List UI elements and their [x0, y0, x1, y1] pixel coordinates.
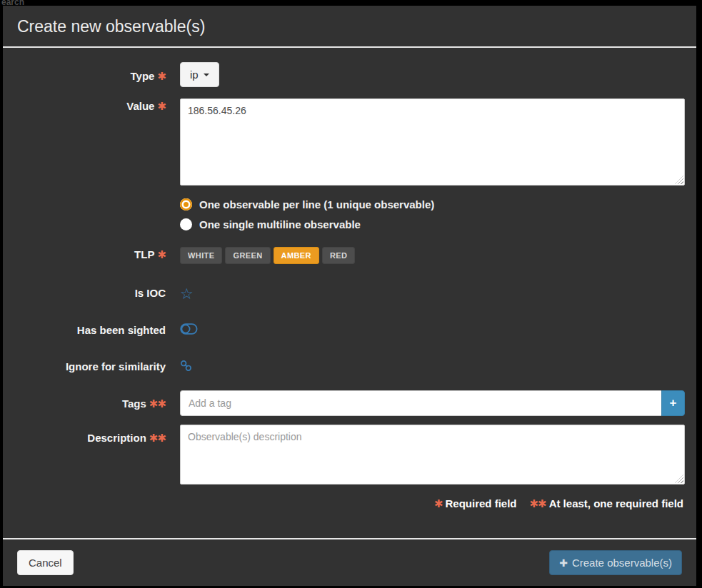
radio-per-line-label: One observable per line (1 unique observ…	[199, 198, 434, 211]
tlp-row: TLP✱ WHITE GREEN AMBER RED	[9, 247, 691, 264]
modal-footer: Cancel ✚ Create observable(s)	[3, 538, 696, 586]
link-icon[interactable]	[180, 360, 192, 372]
radio-multiline[interactable]: One single multiline observable	[180, 214, 685, 234]
type-dropdown[interactable]: ip	[180, 62, 219, 87]
observable-mode-radios: One observable per line (1 unique observ…	[9, 194, 691, 234]
type-row: Type✱ ip	[9, 62, 691, 87]
required-marker: ✱	[157, 100, 166, 112]
similarity-label: Ignore for similarity	[9, 359, 180, 375]
create-button-label: Create observable(s)	[572, 557, 672, 569]
sighted-label: Has been sighted	[9, 323, 180, 338]
required-marker: ✱	[157, 70, 166, 82]
required-legend: ✱Required field✱✱At least, one required …	[9, 497, 691, 510]
description-textarea[interactable]	[180, 425, 685, 485]
value-row: Value✱ 186.56.45.26	[9, 98, 691, 186]
tlp-red-button[interactable]: RED	[322, 247, 355, 264]
required-field-text: Required field	[445, 497, 516, 510]
toggle-off-icon[interactable]	[180, 323, 198, 335]
create-observable-modal: Create new observable(s) Type✱ ip Value✱…	[3, 6, 696, 586]
cancel-button[interactable]: Cancel	[17, 550, 74, 575]
similarity-row: Ignore for similarity	[9, 359, 691, 375]
description-row: Description✱✱	[9, 425, 691, 485]
required-marker: ✱	[157, 248, 166, 260]
tlp-green-button[interactable]: GREEN	[225, 247, 270, 264]
tag-input[interactable]	[180, 390, 661, 416]
required-marker: ✱✱	[149, 432, 166, 444]
caret-down-icon	[204, 74, 209, 76]
type-dropdown-value: ip	[190, 69, 199, 81]
radio-unselected-icon[interactable]	[180, 218, 192, 230]
background-clipped-text: earch	[1, 0, 24, 6]
radio-per-line[interactable]: One observable per line (1 unique observ…	[180, 194, 685, 214]
tags-row: Tags✱✱ +	[9, 390, 691, 416]
star-icon[interactable]: ☆	[180, 286, 194, 301]
plus-icon: ✚	[559, 557, 568, 569]
description-label: Description✱✱	[9, 425, 180, 446]
tlp-label: TLP✱	[9, 247, 180, 263]
value-textarea[interactable]: 186.56.45.26	[180, 98, 685, 186]
required-marker: ✱✱	[149, 397, 166, 410]
double-required-marker: ✱✱	[529, 497, 546, 510]
tlp-amber-button[interactable]: AMBER	[274, 247, 319, 264]
sighted-row: Has been sighted	[9, 323, 691, 338]
is-ioc-label: Is IOC	[9, 285, 180, 301]
add-tag-button[interactable]: +	[661, 390, 685, 416]
required-marker: ✱	[434, 497, 443, 510]
tags-label: Tags✱✱	[9, 390, 180, 412]
type-label: Type✱	[9, 62, 180, 84]
modal-body: Type✱ ip Value✱ 186.56.45.26	[3, 48, 696, 538]
at-least-text: At least, one required field	[549, 497, 683, 510]
tlp-white-button[interactable]: WHITE	[180, 247, 222, 264]
tlp-button-group: WHITE GREEN AMBER RED	[180, 247, 685, 264]
radio-multiline-label: One single multiline observable	[199, 218, 361, 230]
modal-title: Create new observable(s)	[17, 17, 682, 36]
plus-icon: +	[670, 396, 677, 410]
create-observables-button[interactable]: ✚ Create observable(s)	[549, 550, 682, 575]
is-ioc-row: Is IOC ☆	[9, 285, 691, 302]
modal-header: Create new observable(s)	[3, 6, 696, 48]
radio-selected-icon[interactable]	[180, 198, 192, 211]
value-label: Value✱	[9, 98, 180, 114]
